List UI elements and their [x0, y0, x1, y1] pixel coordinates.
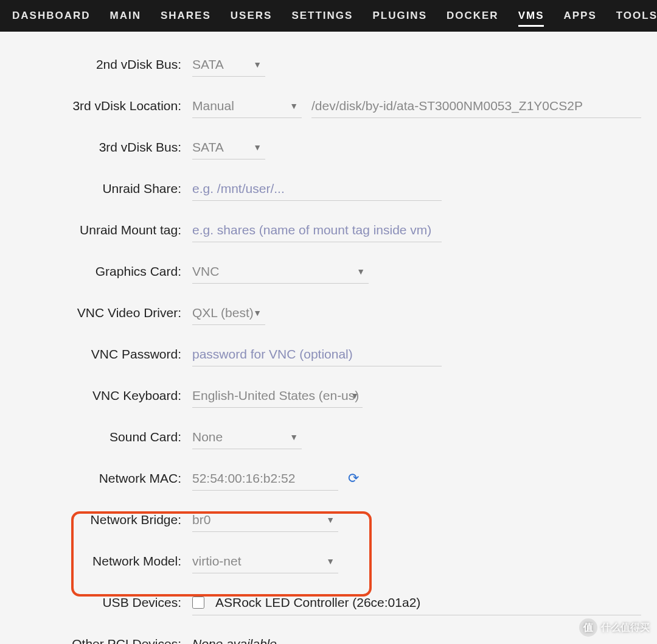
top-nav: DASHBOARD MAIN SHARES USERS SETTINGS PLU…	[0, 0, 657, 32]
nav-dashboard[interactable]: DASHBOARD	[2, 0, 100, 32]
select-graphics-card[interactable]: VNC ▼	[192, 259, 369, 284]
nav-main[interactable]: MAIN	[100, 0, 151, 32]
label-vnc-video-driver: VNC Video Driver:	[0, 306, 186, 320]
select-network-bridge[interactable]: br0 ▼	[192, 508, 338, 532]
chevron-down-icon: ▼	[356, 267, 365, 276]
nav-tools[interactable]: TOOLS	[607, 0, 657, 32]
chevron-down-icon: ▼	[290, 432, 298, 442]
chevron-down-icon: ▼	[253, 60, 262, 69]
chevron-down-icon: ▼	[326, 515, 335, 525]
nav-vms[interactable]: VMS	[509, 0, 554, 32]
input-vdisk3-path[interactable]	[311, 94, 641, 118]
label-other-pci-devices: Other PCI Devices:	[0, 637, 186, 644]
input-network-mac[interactable]	[192, 466, 338, 491]
chevron-down-icon: ▼	[253, 308, 262, 318]
select-vnc-keyboard[interactable]: English-United States (en-us) ▼	[192, 383, 363, 408]
label-vdisk3-bus: 3rd vDisk Bus:	[0, 140, 186, 155]
input-unraid-share[interactable]	[192, 177, 442, 201]
usb-device-checkbox[interactable]	[192, 597, 204, 609]
nav-apps[interactable]: APPS	[554, 0, 606, 32]
label-graphics-card: Graphics Card:	[0, 264, 186, 279]
label-unraid-share: Unraid Share:	[0, 181, 186, 196]
label-network-bridge: Network Bridge:	[0, 513, 186, 527]
label-network-mac: Network MAC:	[0, 471, 186, 486]
label-sound-card: Sound Card:	[0, 430, 186, 444]
input-vnc-password[interactable]	[192, 342, 442, 366]
vm-settings-form: 2nd vDisk Bus: SATA ▼ 3rd vDisk Location…	[0, 32, 657, 644]
nav-shares[interactable]: SHARES	[151, 0, 221, 32]
chevron-down-icon: ▼	[326, 556, 335, 566]
pci-devices-value: None available	[192, 631, 641, 644]
label-usb-devices: USB Devices:	[0, 595, 186, 610]
label-vdisk2-bus: 2nd vDisk Bus:	[0, 57, 186, 72]
input-unraid-mount-tag[interactable]	[192, 218, 442, 242]
select-vdisk2-bus[interactable]: SATA ▼	[192, 52, 265, 77]
nav-users[interactable]: USERS	[221, 0, 282, 32]
select-vdisk3-location[interactable]: Manual ▼	[192, 94, 302, 118]
select-vnc-video-driver[interactable]: QXL (best) ▼	[192, 301, 265, 325]
chevron-down-icon: ▼	[290, 101, 298, 111]
label-network-model: Network Model:	[0, 554, 186, 569]
nav-docker[interactable]: DOCKER	[437, 0, 509, 32]
label-unraid-mount: Unraid Mount tag:	[0, 223, 186, 237]
refresh-mac-icon[interactable]: ⟳	[348, 471, 359, 486]
label-vdisk3-location: 3rd vDisk Location:	[0, 99, 186, 113]
label-vnc-password: VNC Password:	[0, 347, 186, 362]
select-network-model[interactable]: virtio-net ▼	[192, 549, 338, 573]
usb-device-label: ASRock LED Controller (26ce:01a2)	[215, 595, 420, 610]
chevron-down-icon: ▼	[350, 391, 359, 401]
select-sound-card[interactable]: None ▼	[192, 425, 302, 449]
chevron-down-icon: ▼	[253, 142, 262, 152]
nav-settings[interactable]: SETTINGS	[282, 0, 363, 32]
nav-plugins[interactable]: PLUGINS	[363, 0, 437, 32]
usb-device-option[interactable]: ASRock LED Controller (26ce:01a2)	[192, 590, 641, 615]
label-vnc-keyboard: VNC Keyboard:	[0, 388, 186, 403]
select-vdisk3-bus[interactable]: SATA ▼	[192, 135, 265, 159]
